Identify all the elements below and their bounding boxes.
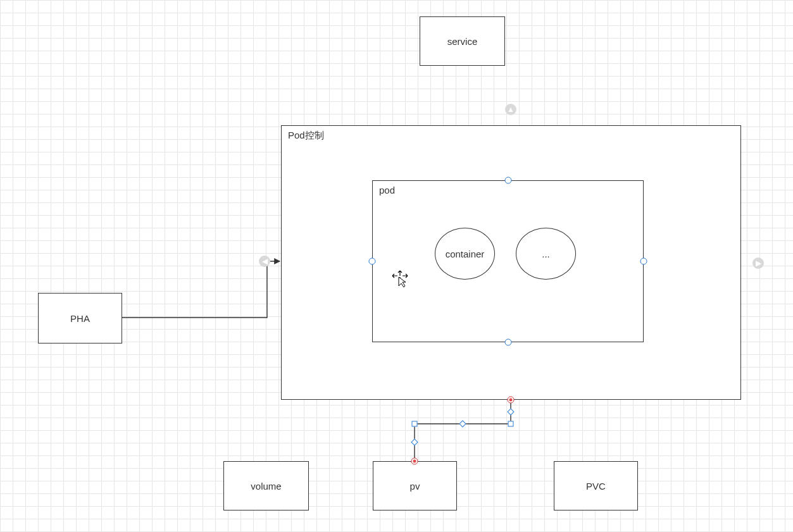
node-pod[interactable]: pod — [372, 180, 644, 342]
selection-anchor-left[interactable] — [369, 258, 376, 265]
connector-mid-2[interactable] — [459, 420, 466, 427]
connector-mid-1[interactable] — [507, 408, 514, 415]
node-container-label: container — [446, 249, 485, 259]
node-pvc[interactable]: PVC — [554, 461, 638, 510]
connector-endpoint-end[interactable] — [411, 458, 418, 465]
selection-anchor-top[interactable] — [505, 177, 512, 184]
node-more-containers-label: ... — [542, 249, 550, 259]
node-pod-label: pod — [379, 185, 395, 195]
edge-pha-to-podcontroller[interactable] — [122, 261, 280, 318]
node-more-containers[interactable]: ... — [516, 228, 576, 280]
hint-up-icon[interactable]: ▲ — [505, 104, 516, 115]
hint-left-icon[interactable]: ◀ — [259, 256, 270, 267]
node-volume-label: volume — [251, 481, 281, 492]
diagram-canvas[interactable]: service PHA Pod控制 pod container ... volu… — [0, 0, 793, 532]
node-service[interactable]: service — [420, 16, 505, 66]
connector-mid-3[interactable] — [411, 438, 418, 445]
node-service-label: service — [447, 36, 478, 47]
edge-podcontroller-to-pv[interactable] — [415, 400, 511, 461]
node-pha-label: PHA — [70, 313, 90, 324]
node-container[interactable]: container — [435, 228, 495, 280]
node-pvc-label: PVC — [586, 481, 606, 492]
node-pv-label: pv — [410, 481, 420, 492]
hint-right-icon[interactable]: ▶ — [752, 257, 764, 269]
node-pv[interactable]: pv — [373, 461, 457, 510]
node-pha[interactable]: PHA — [38, 293, 122, 343]
connector-endpoint-start[interactable] — [508, 397, 515, 404]
node-volume[interactable]: volume — [223, 461, 309, 510]
node-pod-controller-label: Pod控制 — [288, 130, 324, 142]
selection-anchor-bottom[interactable] — [505, 339, 512, 346]
connector-bend-2[interactable] — [412, 421, 418, 427]
connector-bend-1[interactable] — [508, 421, 514, 427]
selection-anchor-right[interactable] — [640, 258, 647, 265]
